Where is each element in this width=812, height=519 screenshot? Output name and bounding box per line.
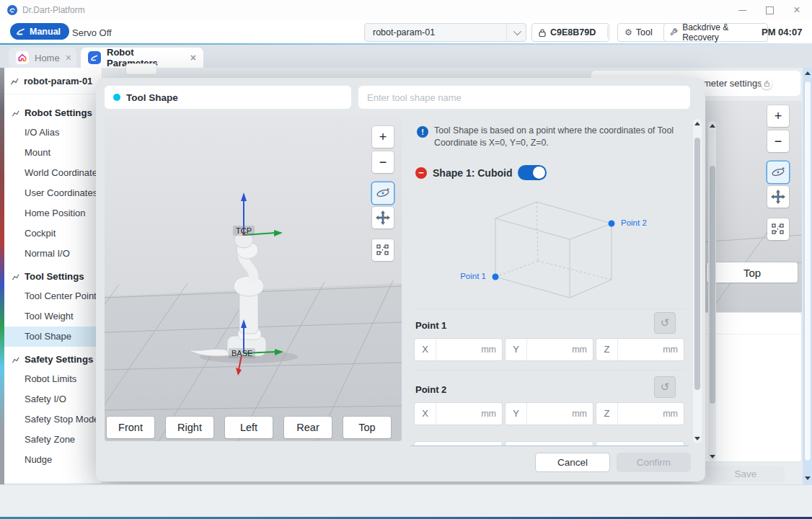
tab-close-icon[interactable]: × [66,53,71,63]
point2-y-field: Y mm [505,402,593,425]
backdrive-recovery-button[interactable]: Backdrive & Recovery [663,23,768,42]
param-dropdown[interactable]: robot-param-01 [364,23,526,42]
view-left-button[interactable]: Left [225,417,273,438]
measure-button[interactable] [372,239,394,261]
view-rear-button[interactable]: Rear [284,417,332,438]
view-right-button[interactable]: Right [166,417,213,438]
bg-pan-view-button[interactable] [767,186,789,208]
base-label: BASE [229,348,255,358]
robot-icon [12,109,20,117]
scroll-up-icon[interactable] [694,122,700,125]
gear-icon: ⚙ [625,27,632,37]
tab-home[interactable]: Home × [9,48,76,68]
undo-icon: ↺ [661,316,670,329]
clipped-field [596,441,684,446]
chevron-down-icon [506,24,526,41]
sidebar-item-robot-limits[interactable]: Robot Limits [4,369,102,389]
point1-y-input[interactable] [527,345,572,355]
servo-status-text: Servo Off [72,27,112,38]
point1-z-input[interactable] [618,345,663,355]
sidebar-item-io-alias[interactable]: I/O Alias [4,123,102,143]
device-id-button[interactable]: C9E8B79D [531,23,609,42]
save-button[interactable]: Save [707,466,785,482]
tool-shape-name-input[interactable] [358,86,690,109]
sidebar-item-world-coordinates[interactable]: World Coordinates [4,163,102,183]
scroll-up-icon[interactable] [805,71,811,75]
pan-icon [376,210,390,225]
confirm-button[interactable]: Confirm [617,453,691,472]
bg-rotate-view-button[interactable] [767,161,789,183]
measure-icon [772,223,785,235]
sidebar-item-normal-io[interactable]: Normal I/O [4,244,102,264]
app-logo-icon [7,5,17,15]
point1-z-field: Z mm [596,338,684,361]
sidebar-item-mount[interactable]: Mount [4,143,102,163]
sidebar-item-tool-weight[interactable]: Tool Weight [4,306,102,327]
cancel-button[interactable]: Cancel [535,453,610,472]
zoom-in-button[interactable]: + [372,126,394,148]
remove-shape-icon[interactable]: − [415,167,427,179]
scroll-down-icon[interactable] [710,455,715,458]
point2-z-input[interactable] [618,409,663,420]
taskbar: Servo Supervisor Manual [0,484,812,518]
sidebar-item-tool-center-point[interactable]: Tool Center Point [4,286,102,306]
scrollbar-thumb[interactable] [804,81,811,461]
point2-x-input[interactable] [436,409,481,420]
sidebar-item-safety-zone[interactable]: Safety Zone [4,430,102,450]
cuboid-diagram [433,188,685,300]
robot-parameters-icon [88,51,101,64]
maximize-icon[interactable] [757,1,782,19]
background-scrollbar[interactable] [708,121,716,461]
robot-3d-viewport[interactable]: TCP BASE + − Front Right Left Rear Top [105,116,402,441]
dialog-scrollbar[interactable] [693,119,702,443]
title-bar: Dr.Dart-Platform × [0,0,812,21]
page-scrollbar[interactable] [803,68,812,484]
view-front-button[interactable]: Front [107,417,154,438]
clipped-field [505,441,593,446]
home-icon [16,51,29,64]
pan-view-button[interactable] [372,207,394,229]
zoom-out-button[interactable]: − [372,151,394,173]
scroll-down-icon[interactable] [805,476,811,480]
scroll-up-icon[interactable] [710,124,715,128]
shape-enabled-toggle[interactable] [518,165,547,180]
panel-collapse-button[interactable] [125,63,157,75]
bg-measure-button[interactable] [767,218,789,240]
sidebar-item-nudge[interactable]: Nudge [4,450,102,470]
scrollbar-thumb[interactable] [710,166,715,404]
point2-reset-button[interactable]: ↺ [654,376,676,398]
orbit-icon [770,165,786,179]
sidebar-item-user-coordinates[interactable]: User Coordinates [4,183,102,203]
scrollbar-thumb[interactable] [694,138,700,390]
lock-icon [538,28,547,37]
minimize-icon[interactable] [730,1,754,19]
scroll-down-icon[interactable] [694,437,700,440]
sidebar-item-safety-io[interactable]: Safety I/O [4,389,102,409]
point2-x-field: X mm [414,402,503,425]
point1-x-input[interactable] [436,345,481,355]
point1-reset-button[interactable]: ↺ [654,312,676,334]
section-tool-settings: Tool Settings [4,264,102,286]
view-top-button[interactable]: Top [343,417,391,438]
sidebar-item-safety-stop-modes[interactable]: Safety Stop Modes [4,409,102,430]
point2-heading: Point 2 [415,384,446,395]
point2-y-input[interactable] [527,409,572,420]
bg-zoom-out-button[interactable]: − [767,130,789,152]
mode-button[interactable]: Manual [10,23,69,40]
sidebar-item-home-position[interactable]: Home Position [4,203,102,223]
sidebar-item-tool-shape[interactable]: Tool Shape [4,327,102,347]
point2-dot [609,221,615,227]
robot-3d-scene [105,116,402,441]
section-robot-settings: Robot Settings [4,100,102,123]
rotate-view-button[interactable] [372,182,394,204]
sidebar-header: robot-param-01 [4,68,102,94]
tab-close-icon[interactable]: × [190,53,196,63]
background-top-view-button[interactable]: Top [707,262,798,283]
tool-button[interactable]: ⚙ Tool [617,23,669,42]
tcp-label: TCP [233,226,255,236]
robot-file-icon [10,76,19,86]
bg-zoom-in-button[interactable]: + [767,105,789,127]
sidebar-item-cockpit[interactable]: Cockpit [4,223,102,244]
close-icon[interactable]: × [785,1,809,19]
clipped-field [414,441,503,446]
